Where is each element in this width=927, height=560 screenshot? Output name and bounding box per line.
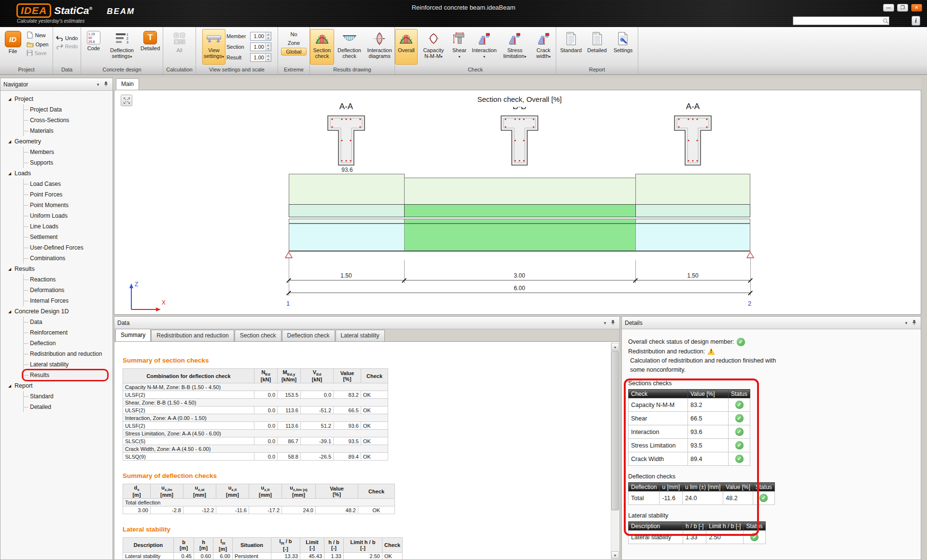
beam-canvas[interactable]: Section check, Overall [%] A-A B-B A-A 9… [114,90,921,315]
nav-item-concrete-design-1d-results[interactable]: Results [24,370,112,380]
nav-group-report[interactable]: ◢Report [0,380,112,391]
detailed-design-button[interactable]: T Detailed [138,29,163,65]
undo-button[interactable]: Undo [54,35,80,42]
nav-item-loads-point-forces[interactable]: Point Forces [24,189,112,200]
pin-icon[interactable] [910,320,918,326]
search-input[interactable] [793,17,883,24]
detailed-concrete-icon: T [143,31,157,44]
nav-item-loads-load-cases[interactable]: Load Cases [24,179,112,189]
tab-deflection-check[interactable]: Deflection check [282,330,335,341]
nav-item-concrete-design-1d-data[interactable]: Data [24,317,112,327]
panel-menu-icon[interactable]: ▾ [902,321,910,325]
open-button[interactable]: Open [25,41,51,48]
extreme-zone-button[interactable]: Zone [281,39,307,47]
capacity-nmm-button[interactable]: CapacityN-M-M▾ [419,29,449,65]
nav-group-results[interactable]: ◢Results [0,264,112,274]
close-button[interactable]: ✕ [911,4,922,12]
shear-check-button[interactable]: Shear▾ [449,29,469,65]
nav-item-concrete-design-1d-deflection[interactable]: Deflection [24,338,112,349]
spin-down-icon[interactable]: ▼ [266,47,271,51]
deflection-check-button[interactable]: Deflectioncheck [335,29,364,65]
fit-view-button[interactable] [121,95,132,106]
minimize-button[interactable]: — [883,4,894,12]
crack-width-button[interactable]: Crackwidth▾ [531,29,556,65]
nav-item-geometry-supports[interactable]: Supports [24,157,112,168]
nav-item-report-detailed[interactable]: Detailed [24,402,112,412]
nav-item-loads-combinations[interactable]: Combinations [24,253,112,264]
interaction-check-button[interactable]: Interaction▾ [470,29,498,65]
nav-item-loads-point-moments[interactable]: Point Moments [24,200,112,210]
nav-item-project-materials[interactable]: Materials [24,126,112,136]
search-box[interactable] [793,16,889,25]
expand-icon[interactable]: ◢ [8,384,14,388]
maximize-button[interactable]: ❐ [897,4,908,12]
tab-lateral-stability[interactable]: Lateral stability [336,330,385,341]
nav-group-geometry[interactable]: ◢Geometry [0,136,112,147]
scrollbar-thumb[interactable] [611,351,619,510]
new-button[interactable]: New [25,31,51,39]
scroll-up-icon[interactable]: ▲ [611,343,619,350]
view-settings-button[interactable]: Viewsettings▾ [202,29,225,65]
cell: Persistent [233,552,271,560]
result-scale-input[interactable]: 1.00 ▲▼ [250,53,271,62]
deflection-settings-button[interactable]: 123 Deflectionsettings▾ [107,29,137,65]
calculate-all-button[interactable]: +− All [167,29,192,65]
redo-button[interactable]: Redo [54,43,80,50]
nav-item-loads-uniform-loads[interactable]: Uniform Loads [24,210,112,221]
nav-group-loads[interactable]: ◢Loads [0,168,112,179]
nav-item-project-project-data[interactable]: Project Data [24,104,112,115]
nav-item-report-standard[interactable]: Standard [24,391,112,402]
expand-icon[interactable]: ◢ [8,140,14,144]
tab-summary[interactable]: Summary [115,329,151,341]
standard-report-button[interactable]: Standard [559,29,584,65]
info-button[interactable]: i [912,16,920,26]
detailed-report-button[interactable]: Detailed [585,29,610,65]
nav-item-results-deformations[interactable]: Deformations [24,285,112,295]
nav-item-loads-user-defined-forces[interactable]: User-Defined Forces [24,242,112,253]
extreme-global-button[interactable]: Global [281,48,307,56]
nav-group-concrete-design-1d[interactable]: ◢Concrete Design 1D [0,306,112,317]
file-button[interactable]: ID File [2,29,24,65]
spin-down-icon[interactable]: ▼ [266,57,271,61]
spin-up-icon[interactable]: ▲ [266,54,271,57]
nav-item-concrete-design-1d-lateral-stability[interactable]: Lateral stability [24,359,112,370]
cell: 89.4 [688,452,729,466]
extreme-no-button[interactable]: No [281,30,307,38]
nav-group-project[interactable]: ◢Project [0,94,112,104]
scrollbar[interactable]: ▲ ▼ [611,343,619,559]
overall-check-button[interactable]: Overall [395,29,418,65]
stress-limitation-button[interactable]: Stresslimitation▾ [499,29,530,65]
expand-icon[interactable]: ◢ [8,97,14,101]
nav-item-concrete-design-1d-redistribution-and-reduction[interactable]: Redistribution and reduction [24,349,112,359]
spin-down-icon[interactable]: ▼ [266,36,271,40]
pin-icon[interactable] [102,81,110,88]
interaction-diagrams-button[interactable]: Interactiondiagrams [365,29,394,65]
nav-item-geometry-members[interactable]: Members [24,147,112,157]
nav-item-loads-settlement[interactable]: Settlement [24,232,112,242]
expand-icon[interactable]: ◢ [8,171,14,176]
nav-item-loads-line-loads[interactable]: Line Loads [24,221,112,232]
report-settings-button[interactable]: Settings [611,29,636,65]
tab-section-check[interactable]: Section check [235,330,281,341]
nav-item-project-cross-sections[interactable]: Cross-Sections [24,115,112,126]
code-button[interactable]: 1.159025.8 Code [81,29,106,65]
member-scale-input[interactable]: 1.00 ▲▼ [250,32,271,41]
pin-icon[interactable] [609,320,617,326]
tab-redistribution-and-reduction[interactable]: Redistribution and reduction [151,330,234,341]
expand-icon[interactable]: ◢ [8,267,14,271]
section-check-button[interactable]: Sectioncheck [310,29,334,65]
save-button[interactable]: Save [25,49,51,56]
nav-item-results-reactions[interactable]: Reactions [24,274,112,285]
expand-icon[interactable]: ◢ [8,309,14,314]
beam-band3-left [289,219,405,224]
scroll-down-icon[interactable]: ▼ [611,551,619,559]
section-scale-input[interactable]: 1.00 ▲▼ [250,42,271,51]
spin-up-icon[interactable]: ▲ [266,43,271,47]
panel-menu-icon[interactable]: ▾ [601,321,609,325]
nav-item-results-internal-forces[interactable]: Internal Forces [24,295,112,306]
panel-menu-icon[interactable]: ▾ [94,82,102,87]
spin-up-icon[interactable]: ▲ [266,32,271,36]
zone-boundary-dashed [635,224,636,251]
nav-item-concrete-design-1d-reinforcement[interactable]: Reinforcement [24,327,112,338]
tab-main[interactable]: Main [116,78,139,90]
